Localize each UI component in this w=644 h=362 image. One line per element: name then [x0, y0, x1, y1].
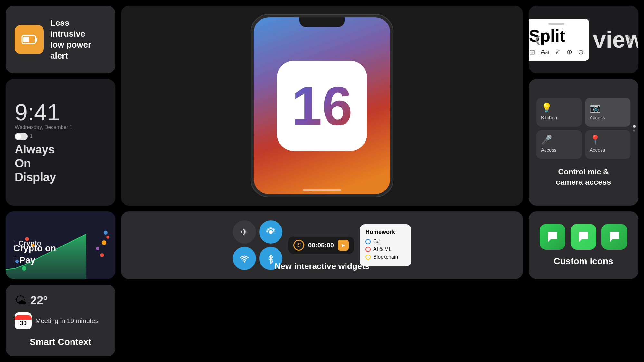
timer-icon: ⏱ — [293, 240, 304, 251]
timer-play-button[interactable]: ▶ — [338, 240, 349, 251]
podcast-icon — [266, 227, 276, 237]
hw-dot-1 — [365, 239, 371, 244]
messages-icon-3[interactable] — [601, 224, 627, 250]
svg-point-5 — [269, 230, 273, 234]
crypto-dot-2 — [106, 236, 109, 239]
access-grid: 💡 Kitchen 📷 Access 🎤 Access 📍 Access — [536, 98, 630, 159]
access-location-label: Access — [590, 147, 605, 153]
message-bubble-icon-2 — [576, 230, 591, 244]
message-icons-row — [540, 224, 627, 250]
aod-time: 9:41 — [15, 101, 60, 124]
homework-item-1: C# — [365, 239, 405, 245]
battery-icon-wrap — [15, 25, 44, 54]
kitchen-icon: 💡 — [541, 102, 552, 113]
kitchen-cell[interactable]: 💡 Kitchen — [536, 98, 582, 127]
dot-2 — [633, 130, 635, 132]
messages-icon-2[interactable] — [571, 224, 596, 250]
svg-rect-1 — [35, 38, 37, 42]
smart-context-card: 🌤 22° 30 Meeting in 19 minutes Smart Con… — [6, 285, 115, 356]
widgets-card: ✈ — [121, 211, 523, 279]
split-top-bar — [529, 23, 584, 25]
plus-icon[interactable]: ⊕ — [566, 48, 572, 56]
hw-dot-3 — [365, 255, 371, 260]
ios16-logo-bg: 16 — [277, 61, 367, 151]
slider-dots — [633, 125, 636, 132]
podcast-button[interactable] — [259, 220, 282, 244]
phone-screen: 16 — [254, 17, 390, 194]
phone-vol-up — [251, 62, 252, 77]
access-mic-cell[interactable]: 🎤 Access — [536, 130, 582, 159]
phone-vol-down — [251, 80, 252, 95]
messages-icon-1[interactable] — [540, 224, 565, 250]
right-arrow-button[interactable]: ❯ — [626, 34, 633, 45]
timer-widget[interactable]: ⏱ 00:05:00 ▶ — [288, 237, 354, 254]
homework-item-2: AI & ML — [365, 246, 405, 252]
aod-date: Wednesday, December 1 — [15, 125, 72, 130]
kitchen-label: Kitchen — [541, 115, 557, 120]
crypto-card:  Crypto Crypto on  Pay — [6, 211, 115, 279]
calendar-header — [15, 315, 32, 320]
location-slash-icon: 📍 — [590, 135, 601, 145]
wifi-button[interactable] — [233, 247, 256, 270]
access-mic-label: Access — [541, 147, 556, 153]
hw-item-2-label: AI & ML — [373, 246, 392, 252]
phone-home-indicator — [303, 189, 341, 191]
access-camera-cell[interactable]: 📷 Access — [585, 98, 630, 127]
split-view-card: ❮ Split ⊞ Aa ✓ ⊕ ⊙ view ❯ — [529, 6, 638, 73]
low-power-line1: Less intrusive — [50, 18, 106, 40]
table-icon[interactable]: ⊞ — [529, 48, 535, 56]
access-location-cell[interactable]: 📍 Access — [585, 130, 630, 159]
widgets-section-label: New interactive widgets — [275, 261, 370, 271]
format-icon[interactable]: Aa — [541, 48, 549, 56]
access-camera-label: Access — [590, 115, 605, 120]
share-icon[interactable]: ⊙ — [578, 48, 584, 56]
aod-card: 9:41 Wednesday, December 1 1 Always On D… — [6, 79, 115, 206]
homework-widget[interactable]: Homework C# AI & ML Blockchain — [360, 224, 411, 266]
hw-item-3-label: Blockchain — [373, 254, 398, 260]
hw-dot-2 — [365, 247, 371, 252]
phone-side-button — [392, 69, 393, 88]
temperature-display: 22° — [30, 294, 48, 307]
check-icon[interactable]: ✓ — [555, 48, 561, 56]
aod-toggle-label: 1 — [30, 134, 33, 139]
battery-icon — [21, 31, 38, 48]
left-arrow-button[interactable]: ❮ — [534, 34, 541, 45]
crypto-dot-4 — [96, 247, 99, 250]
apple-pay-icon:  — [14, 255, 17, 265]
calendar-day: 30 — [20, 320, 27, 327]
svg-point-6 — [243, 261, 245, 263]
airplane-mode-button[interactable]: ✈ — [233, 220, 256, 244]
split-pill — [548, 23, 564, 25]
message-bubble-icon-1 — [545, 230, 560, 244]
ios16-number: 16 — [291, 79, 352, 133]
low-power-card: Less intrusive low power alert — [6, 6, 115, 73]
aod-toggle-knob — [15, 134, 21, 139]
svg-rect-2 — [23, 37, 29, 42]
aod-title: Always On Display — [15, 143, 56, 184]
message-bubble-icon-3 — [607, 230, 621, 244]
crypto-dot-5 — [100, 253, 104, 257]
crypto-dot-1 — [104, 231, 108, 235]
phone-notch — [299, 17, 345, 27]
timer-display: 00:05:00 — [308, 242, 334, 249]
split-toolbar-icons: ⊞ Aa ✓ ⊕ ⊙ — [529, 48, 584, 56]
hw-item-1-label: C# — [373, 239, 380, 245]
homework-title: Homework — [365, 229, 405, 236]
aod-toggle[interactable] — [15, 133, 28, 140]
weather-icon: 🌤 — [15, 294, 26, 307]
meeting-text: Meeting in 19 minutes — [35, 317, 99, 325]
camera-access-card: 💡 Kitchen 📷 Access 🎤 Access 📍 Access Con… — [529, 79, 638, 206]
low-power-text: Less intrusive low power alert — [50, 18, 106, 61]
crypto-title: Crypto on  Pay — [14, 243, 56, 266]
homework-item-3: Blockchain — [365, 254, 405, 260]
phone-display-card: 16 — [121, 6, 523, 206]
camera-icon: 📷 — [590, 102, 601, 113]
wifi-icon — [239, 253, 250, 264]
phone-frame: 16 — [251, 15, 393, 197]
weather-row: 🌤 22° — [15, 294, 106, 307]
custom-icons-card: Custom icons — [529, 211, 638, 279]
crypto-dot-3 — [102, 240, 106, 245]
mic-icon: 🎤 — [541, 135, 552, 145]
custom-icons-label: Custom icons — [554, 256, 613, 266]
dot-1 — [633, 125, 636, 128]
